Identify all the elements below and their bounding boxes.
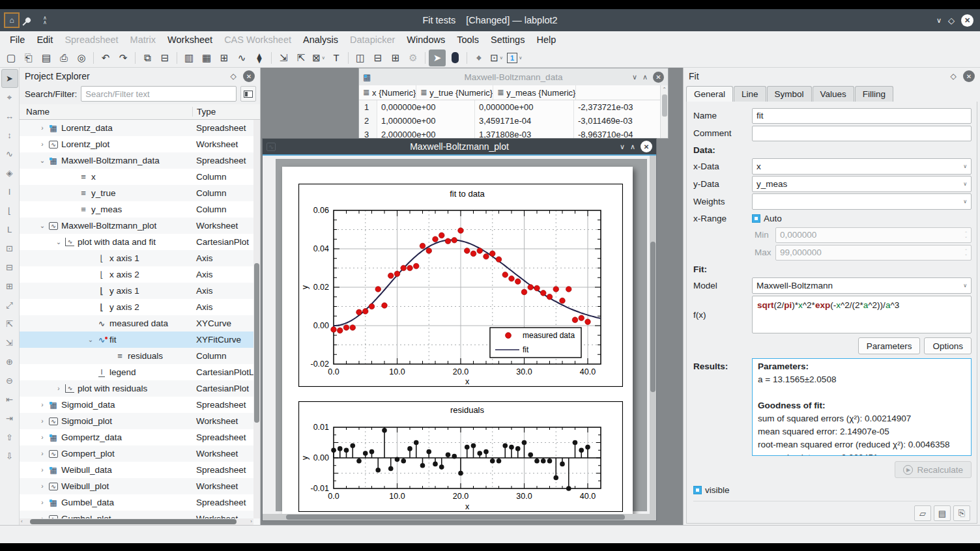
cell-y-meas[interactable]: -3,011469e-03 bbox=[574, 114, 661, 128]
add-x-axis-icon[interactable]: ⌊ bbox=[1, 201, 18, 220]
tree-row[interactable]: residuals Column bbox=[20, 348, 260, 364]
new-spreadsheet-grid-icon[interactable]: ▦∨ bbox=[198, 49, 215, 66]
filter-options-button[interactable] bbox=[240, 86, 256, 102]
split-vertical-icon[interactable]: ◫∨ bbox=[352, 49, 369, 66]
expander-icon[interactable]: › bbox=[38, 466, 47, 473]
select-pointer-icon[interactable]: ➤∨ bbox=[429, 49, 446, 66]
toolbar-button[interactable]: ∨ bbox=[177, 52, 177, 64]
auto-range-checkbox[interactable] bbox=[752, 214, 760, 223]
expander-icon[interactable]: › bbox=[38, 417, 47, 425]
type-column-header[interactable]: Type bbox=[192, 107, 260, 117]
fit-chart[interactable]: fit to data0.010.020.030.040.0-0.020.000… bbox=[298, 184, 623, 389]
auto-scale-x-icon[interactable]: ⇱ bbox=[1, 315, 18, 333]
pan-y-icon[interactable]: ↕ bbox=[1, 126, 18, 145]
new-worksheet-icon[interactable]: ⊞∨ bbox=[216, 49, 233, 66]
residuals-chart[interactable]: residuals0.010.020.030.040.0-0.010.000.0… bbox=[298, 401, 623, 514]
spreadsheet-row[interactable]: 1 0,000000e+00 0,000000e+00 -2,373721e-0… bbox=[359, 100, 668, 114]
float-dock-icon[interactable]: ◇ bbox=[227, 70, 239, 82]
menu-item[interactable]: Datapicker bbox=[344, 33, 401, 47]
plot-window[interactable]: ∿ Maxwell-Boltzmann_plot ∨ ∧ ✕ fit bbox=[262, 138, 657, 521]
configure-icon[interactable]: ⚙∨ bbox=[405, 49, 422, 66]
float-window-icon[interactable]: ◇ bbox=[948, 16, 955, 25]
menu-item[interactable]: CAS Worksheet bbox=[218, 33, 297, 47]
spreadsheet-vertical-scrollbar[interactable]: ⌃ bbox=[660, 85, 668, 138]
zoom-region-icon[interactable]: ⊡ bbox=[1, 239, 18, 258]
menu-item[interactable]: Help bbox=[530, 33, 562, 47]
tree-row[interactable]: ⌄ Maxwell-Boltzmann_data Spreadsheet bbox=[20, 152, 260, 169]
add-y-axis-icon[interactable]: L bbox=[1, 220, 18, 239]
expander-icon[interactable]: › bbox=[38, 401, 47, 408]
tab[interactable]: Line bbox=[734, 86, 766, 102]
shade-subwindow-icon[interactable]: ∨ bbox=[620, 143, 625, 151]
split-grid-icon[interactable]: ⊞∨ bbox=[387, 49, 404, 66]
shift-up-y-icon[interactable]: ⇧ bbox=[1, 428, 18, 447]
search-input[interactable] bbox=[81, 86, 237, 102]
tree-row[interactable]: legend CartesianPlotLegend bbox=[20, 364, 260, 380]
tab[interactable]: Symbol bbox=[767, 86, 812, 102]
shift-left-x-icon[interactable]: ⇤ bbox=[1, 390, 18, 409]
new-plot-icon[interactable]: ∿∨ bbox=[233, 49, 250, 66]
restore-subwindow-icon[interactable]: ∧ bbox=[642, 73, 648, 81]
worksheet-page[interactable]: fit to data0.010.020.030.040.0-0.020.000… bbox=[282, 167, 633, 514]
menu-item[interactable]: Windows bbox=[401, 33, 451, 47]
float-dock-icon[interactable]: ◇ bbox=[947, 70, 959, 82]
add-equation-curve-icon[interactable]: ◈ bbox=[1, 163, 18, 182]
cell-x[interactable]: 0,000000e+00 bbox=[377, 100, 475, 114]
menu-item[interactable]: Tools bbox=[451, 33, 485, 47]
column-header[interactable]: ≣y_true {Numeric} bbox=[416, 85, 493, 100]
tab[interactable]: General bbox=[686, 86, 733, 102]
open-file-icon[interactable]: ⎗∨ bbox=[20, 49, 37, 66]
cell-y-true[interactable]: 1,371808e-03 bbox=[475, 128, 574, 139]
close-dock-icon[interactable]: ✕ bbox=[243, 70, 255, 82]
options-button[interactable]: Options bbox=[924, 337, 972, 354]
tree-vertical-scrollbar[interactable] bbox=[253, 120, 260, 518]
tree-row[interactable]: › Gumbel_data Spreadsheet bbox=[20, 494, 260, 511]
toolbar-button[interactable]: ∨ bbox=[425, 52, 425, 64]
spreadsheet-row[interactable]: 3 2,000000e+00 1,371808e-03 -8,963710e-0… bbox=[359, 128, 668, 139]
tree-row[interactable]: › Gompert_plot Worksheet bbox=[20, 445, 260, 462]
close-dock-icon[interactable]: ✕ bbox=[963, 70, 975, 82]
expander-icon[interactable]: › bbox=[38, 499, 47, 506]
expander-icon[interactable]: › bbox=[38, 141, 47, 148]
tree-row[interactable]: y axis 1 Axis bbox=[20, 283, 260, 299]
new-datapicker-icon[interactable]: ⧫∨ bbox=[251, 49, 268, 66]
shade-window-icon[interactable]: ∨ bbox=[936, 16, 942, 25]
tab[interactable]: Values bbox=[813, 86, 854, 102]
redo-icon[interactable]: ↷∨ bbox=[115, 49, 132, 66]
tree-row[interactable]: ⌄ Maxwell-Boltzmann_plot Worksheet bbox=[20, 218, 260, 234]
close-subwindow-icon[interactable]: ✕ bbox=[653, 72, 664, 83]
tree-header[interactable]: Name Type bbox=[20, 104, 260, 120]
worksheet-view[interactable]: fit to data0.010.020.030.040.0-0.020.000… bbox=[263, 156, 650, 514]
tree-row[interactable]: › Lorentz_data Spreadsheet bbox=[20, 120, 260, 136]
new-workbook-icon[interactable]: ⧉∨ bbox=[139, 49, 156, 66]
menu-item[interactable]: Matrix bbox=[124, 33, 162, 47]
save-icon[interactable]: ▤∨ bbox=[38, 49, 55, 66]
cell-y-meas[interactable]: -8,963710e-04 bbox=[574, 128, 661, 139]
tree-row[interactable]: y axis 2 Axis bbox=[20, 299, 260, 315]
model-select[interactable]: Maxwell-Boltzmann bbox=[752, 277, 972, 294]
print-preview-icon[interactable]: ◎∨ bbox=[73, 49, 90, 66]
scroll-left-icon[interactable]: ‹ bbox=[21, 518, 23, 524]
x-data-select[interactable]: x bbox=[752, 158, 972, 175]
worksheet-view-icon[interactable]: ⊠∨ bbox=[310, 49, 327, 66]
pin-icon[interactable] bbox=[20, 12, 36, 29]
tree-row[interactable]: x Column bbox=[20, 169, 260, 185]
cell-x[interactable]: 2,000000e+00 bbox=[377, 128, 475, 139]
tree-row[interactable]: ⌄ fit XYFitCurve bbox=[20, 332, 260, 348]
load-function-button[interactable]: ▱ bbox=[914, 505, 931, 521]
worksheet-horizontal-scrollbar[interactable] bbox=[263, 514, 656, 520]
expander-icon[interactable]: ⌄ bbox=[54, 238, 63, 246]
expander-icon[interactable]: › bbox=[38, 450, 47, 457]
zoom-in-icon[interactable]: ⊕ bbox=[1, 352, 18, 371]
tree-row[interactable]: y_true Column bbox=[20, 185, 260, 201]
spreadsheet-header-row[interactable]: ≣x {Numeric} ≣y_true {Numeric} ≣y_meas {… bbox=[359, 85, 668, 100]
toolbar-button[interactable]: ∨ bbox=[93, 52, 94, 64]
spreadsheet-window-titlebar[interactable]: ▦ Maxwell-Boltzmann_data ∨ ∧ ✕ bbox=[359, 68, 668, 85]
tree-row[interactable]: › Weibull_data Spreadsheet bbox=[20, 462, 260, 478]
undo-icon[interactable]: ↶∨ bbox=[97, 49, 114, 66]
menu-item[interactable]: Settings bbox=[485, 33, 530, 47]
name-column-header[interactable]: Name bbox=[20, 107, 192, 117]
titlebar[interactable]: ⌂ ∧ ∧ Fit tests [Changed] — labplot2 ∨ ◇… bbox=[0, 9, 980, 31]
menu-item[interactable]: File bbox=[4, 33, 31, 47]
spreadsheet-window[interactable]: ▦ Maxwell-Boltzmann_data ∨ ∧ ✕ ≣x {Numer… bbox=[358, 68, 669, 139]
